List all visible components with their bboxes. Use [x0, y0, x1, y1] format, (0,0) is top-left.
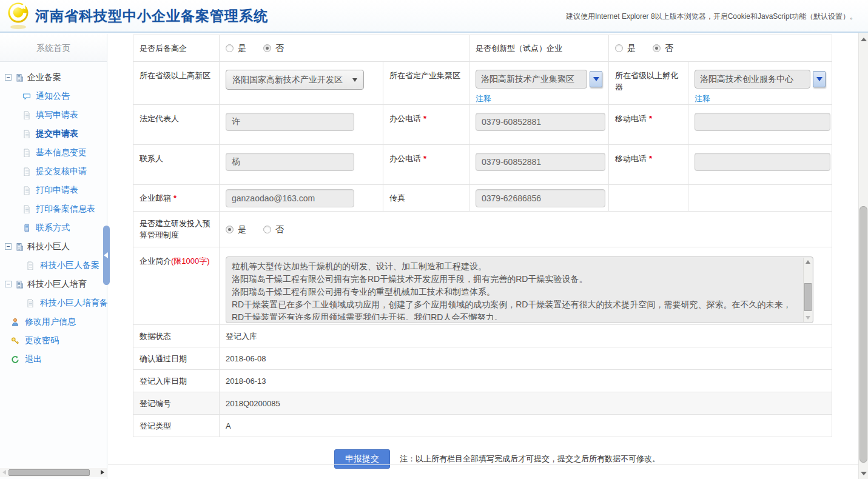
submit-button[interactable]: 申报提交: [334, 449, 390, 469]
sidebar-item-change-password[interactable]: 更改密码: [0, 331, 107, 350]
sidebar-item-label: 提交复核申请: [36, 166, 87, 177]
backup-high-yes-radio[interactable]: [226, 44, 234, 52]
confirm-date-value: 2018-06-08: [220, 347, 832, 370]
sidebar-item-label: 联系方式: [36, 223, 70, 233]
sidebar-item-fill-application[interactable]: 填写申请表: [0, 106, 107, 124]
field-label: 所在省级以上高新区: [140, 71, 210, 80]
sidebar-item-edit-user-info[interactable]: 修改用户信息: [0, 312, 107, 331]
form-label-cell: 所在省级以上高新区: [133, 62, 220, 105]
sidebar-item-label: 科技小巨人培育备案: [40, 298, 116, 309]
key-icon: [11, 337, 19, 345]
vertical-scrollbar-thumb[interactable]: [860, 206, 867, 463]
radio-label: 是: [238, 224, 246, 234]
rd-budget-yes-radio[interactable]: [226, 226, 234, 233]
fax-input[interactable]: [476, 189, 605, 207]
collapse-minus-icon[interactable]: [5, 281, 12, 287]
required-asterisk: *: [173, 193, 177, 203]
scroll-down-icon[interactable]: [861, 472, 867, 475]
char-limit-label: (限1000字): [171, 256, 210, 266]
sidebar-item-label: 退出: [25, 354, 42, 365]
collapse-minus-icon[interactable]: [5, 74, 12, 81]
cluster-note-link[interactable]: 注释: [476, 93, 491, 104]
sidebar-item-tech-giant-cultivation-filing[interactable]: 科技小巨人培育备案: [0, 293, 107, 312]
field-label: 联系人: [140, 154, 163, 163]
sidebar-item-submit-review[interactable]: 提交复核申请: [0, 162, 107, 181]
sidebar-group-enterprise-filing[interactable]: 企业备案: [0, 68, 107, 87]
rd-budget-no-radio[interactable]: [263, 226, 271, 233]
incubator-dropdown-button[interactable]: [813, 71, 826, 87]
scroll-down-icon[interactable]: [806, 316, 810, 320]
sidebar-item-label: 科技小巨人备案: [40, 260, 99, 271]
form-empty-cell: [609, 185, 688, 212]
document-icon: [22, 186, 31, 195]
sidebar-item-notice[interactable]: 通知公告: [0, 87, 107, 106]
sidebar-group-tech-giant[interactable]: 科技小巨人: [0, 237, 107, 256]
sidebar-item-label: 打印备案信息表: [36, 204, 95, 215]
innovative-no-radio[interactable]: [653, 44, 661, 52]
form-field-cell: [220, 105, 383, 145]
innovative-yes-radio[interactable]: [615, 44, 623, 52]
scroll-up-icon[interactable]: [861, 38, 867, 41]
mobile-phone-input[interactable]: [695, 113, 830, 131]
sidebar-group-tech-giant-cultivation[interactable]: 科技小巨人培育: [0, 275, 107, 293]
scroll-left-icon[interactable]: [2, 470, 6, 475]
hightech-zone-select[interactable]: 洛阳国家高新技术产业开发区: [226, 70, 364, 90]
radio-label: 是: [238, 43, 246, 53]
form-field-cell: 是 否: [609, 35, 832, 62]
company-profile-text: 粒机等大型传达加热干燥机的的研发、设计、加工制造和工程建设。 洛阳瑞岛干燥工程有…: [232, 260, 799, 320]
mobile-phone-input-2[interactable]: [695, 153, 830, 171]
sidebar-horizontal-scrollbar[interactable]: [0, 468, 107, 477]
collapse-minus-icon[interactable]: [5, 243, 12, 250]
submit-note: 注：以上所有栏目全部填写完成后才可提交，提交之后所有数据不可修改。: [400, 454, 660, 464]
form-label-cell: 办公电话*: [383, 145, 469, 185]
sidebar-item-label: 更改密码: [25, 335, 59, 346]
office-phone-input[interactable]: [476, 113, 605, 131]
legal-rep-input[interactable]: [226, 113, 354, 131]
form-field-cell: 是 否: [220, 35, 469, 62]
chevron-down-icon: [352, 78, 357, 82]
sidebar-item-print-filing-info[interactable]: 打印备案信息表: [0, 199, 107, 218]
company-profile-textarea[interactable]: 粒机等大型传达加热干燥机的的研发、设计、加工制造和工程建设。 洛阳瑞岛干燥工程有…: [226, 256, 813, 323]
document-icon: [22, 167, 31, 176]
form-label-cell: 传真: [383, 185, 469, 212]
textarea-scrollbar-thumb[interactable]: [804, 283, 812, 311]
cluster-dropdown-button[interactable]: [590, 71, 602, 87]
logout-icon: [11, 355, 19, 364]
textarea-scrollbar[interactable]: [803, 258, 812, 322]
contact-person-input[interactable]: [226, 153, 354, 171]
required-asterisk: *: [649, 114, 652, 123]
sidebar-item-basic-info-change[interactable]: 基本信息变更: [0, 143, 107, 162]
field-label: 办公电话: [389, 154, 421, 163]
submit-row: 申报提交 注：以上所有栏目全部填写完成后才可提交，提交之后所有数据不可修改。: [334, 449, 858, 469]
form-label-cell: 所在省级以上孵化器: [609, 62, 688, 105]
page-vertical-scrollbar[interactable]: [858, 33, 868, 479]
cluster-select[interactable]: 洛阳高新技术产业集聚区: [476, 70, 587, 89]
data-status-value: 登记入库: [220, 325, 832, 347]
chevron-down-icon: [816, 77, 823, 81]
incubator-note-link[interactable]: 注释: [695, 93, 710, 104]
sidebar-collapse-handle[interactable]: [103, 226, 110, 285]
page: 河南省科技型中小企业备案管理系统 建议使用Internet Explorer 8…: [0, 0, 868, 479]
sidebar-item-logout[interactable]: 退出: [0, 350, 107, 369]
app-logo-icon: [6, 1, 30, 32]
sidebar-home-link[interactable]: 系统首页: [0, 34, 107, 62]
document-icon: [22, 111, 31, 119]
company-email-input[interactable]: [226, 189, 354, 207]
field-label: 传真: [389, 193, 405, 203]
sidebar-item-print-application[interactable]: 打印申请表: [0, 181, 107, 199]
backup-high-no-radio[interactable]: [263, 44, 271, 52]
scroll-right-icon[interactable]: [101, 470, 104, 475]
field-label: 登记入库日期: [140, 377, 187, 386]
sidebar-item-tech-giant-filing[interactable]: 科技小巨人备案: [0, 256, 107, 275]
form-label-cell: 移动电话*: [609, 105, 688, 145]
sidebar-item-contact-info[interactable]: 联系方式: [0, 218, 107, 237]
form-label-cell: 确认通过日期: [133, 347, 220, 370]
incubator-select[interactable]: 洛阳高技术创业服务中心: [695, 70, 810, 89]
form-label-cell: 是否创新型（试点）企业: [469, 35, 609, 62]
scroll-up-icon[interactable]: [806, 260, 810, 264]
register-type-value: A: [220, 415, 832, 437]
sidebar-item-submit-application[interactable]: 提交申请表: [0, 124, 107, 143]
horizontal-scrollbar-thumb[interactable]: [8, 469, 90, 476]
collapse-arrow-icon: [104, 252, 108, 258]
office-phone-input-2[interactable]: [476, 153, 605, 171]
